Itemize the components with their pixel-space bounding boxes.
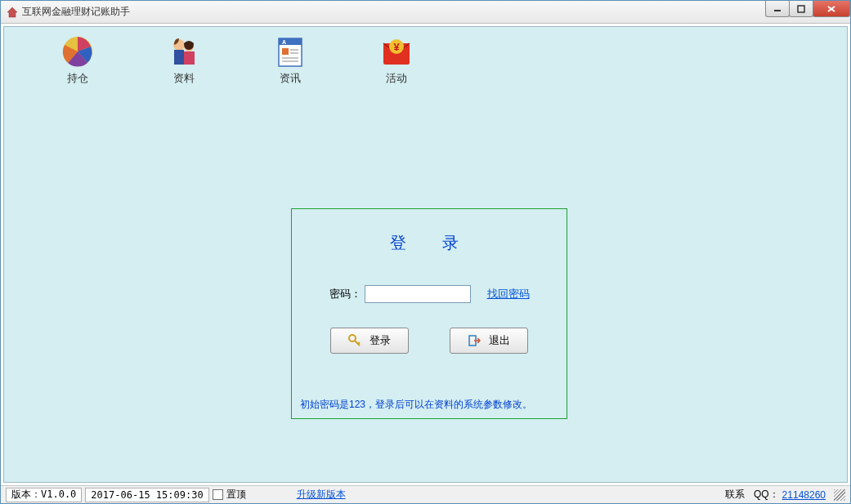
login-panel: 登 录 密码： 找回密码 登录	[291, 208, 567, 419]
titlebar: 互联网金融理财记账助手	[1, 1, 850, 24]
app-window: 互联网金融理财记账助手 持仓	[0, 0, 851, 504]
contact-label: 联系	[725, 488, 745, 502]
svg-text:A: A	[282, 39, 286, 45]
qq-link[interactable]: 21148260	[782, 489, 826, 501]
forgot-password-link[interactable]: 找回密码	[487, 287, 530, 301]
toolbar-label: 活动	[386, 71, 407, 86]
pin-top-option[interactable]: 置顶	[213, 488, 246, 502]
exit-button-label: 退出	[489, 333, 510, 348]
password-label: 密码：	[329, 287, 361, 301]
login-hint: 初始密码是123，登录后可以在资料的系统参数修改。	[300, 398, 532, 412]
button-row: 登录 退出	[330, 328, 528, 354]
svg-rect-12	[282, 48, 289, 55]
close-icon	[826, 5, 836, 13]
window-title: 互联网金融理财记账助手	[22, 5, 130, 19]
svg-rect-1	[798, 6, 804, 12]
toolbar-item-profile[interactable]: 资料	[159, 35, 208, 86]
login-button-label: 登录	[370, 333, 391, 348]
toolbar-label: 资料	[173, 71, 195, 86]
key-icon	[348, 334, 361, 347]
login-title: 登 录	[390, 232, 468, 254]
minimize-button[interactable]	[765, 1, 790, 17]
window-controls	[766, 1, 850, 17]
password-row: 密码： 找回密码	[329, 285, 530, 303]
password-input[interactable]	[365, 285, 471, 303]
status-right: 联系 QQ： 21148260	[725, 488, 845, 502]
resize-grip[interactable]	[834, 489, 845, 501]
exit-icon	[468, 334, 481, 347]
qq-prefix: QQ：	[754, 488, 779, 502]
maximize-icon	[797, 5, 805, 13]
toolbar-item-news[interactable]: A 资讯	[266, 35, 315, 86]
svg-text:¥: ¥	[393, 41, 400, 53]
toolbar-item-activity[interactable]: ¥ 活动	[372, 35, 421, 86]
svg-line-22	[358, 342, 360, 344]
content-area: 持仓 资料 A	[3, 26, 848, 483]
main-toolbar: 持仓 资料 A	[4, 27, 847, 86]
people-icon	[168, 35, 200, 68]
datetime-label: 2017-06-15 15:09:30	[85, 488, 208, 502]
app-icon	[6, 6, 19, 19]
pin-label: 置顶	[226, 488, 246, 502]
svg-point-20	[349, 335, 356, 341]
statusbar: 版本：V1.0.0 2017-06-15 15:09:30 置顶 升级新版本 联…	[1, 485, 850, 503]
version-label: 版本：V1.0.0	[6, 488, 82, 502]
minimize-icon	[773, 5, 782, 13]
toolbar-item-holdings[interactable]: 持仓	[53, 35, 102, 86]
exit-button[interactable]: 退出	[450, 328, 528, 354]
document-icon: A	[274, 35, 307, 68]
close-button[interactable]	[813, 1, 850, 17]
pin-checkbox[interactable]	[213, 489, 223, 500]
red-envelope-icon: ¥	[380, 35, 413, 68]
upgrade-link[interactable]: 升级新版本	[297, 488, 346, 502]
maximize-button[interactable]	[789, 1, 813, 17]
toolbar-label: 持仓	[67, 71, 88, 86]
toolbar-label: 资讯	[280, 71, 301, 86]
login-button[interactable]: 登录	[330, 328, 409, 354]
svg-rect-6	[174, 50, 184, 65]
svg-rect-8	[184, 51, 195, 65]
pie-chart-icon	[61, 35, 94, 68]
